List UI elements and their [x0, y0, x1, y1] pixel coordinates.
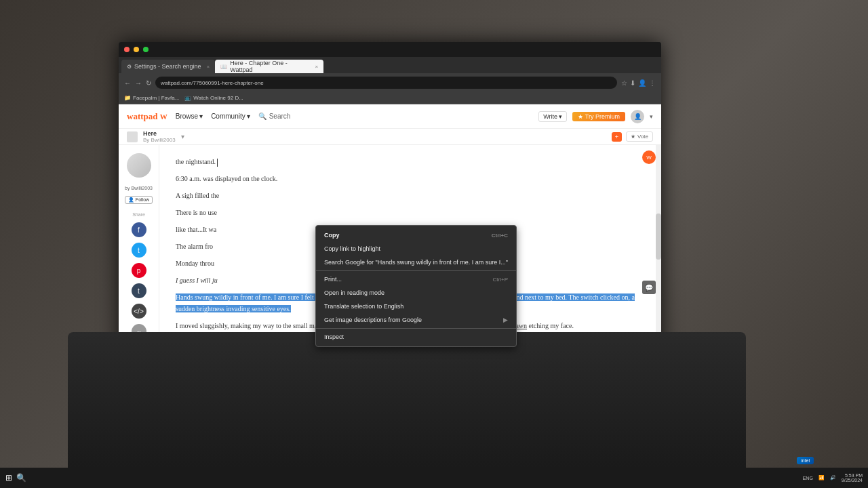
para-sigh: A sigh filled the [176, 190, 645, 201]
menu-icon[interactable]: ⋮ [649, 79, 656, 87]
avatar-chevron-icon: ▾ [650, 113, 653, 120]
search-icon: 🔍 [258, 113, 267, 120]
tumblr-share-button[interactable]: t [132, 283, 146, 298]
author-avatar [127, 153, 151, 178]
tab-settings-label: Settings - Search engine [134, 63, 201, 70]
tab-wattpad[interactable]: 📖 Here - Chapter One - Wattpad × [215, 60, 323, 73]
wifi-icon: 📶 [818, 475, 825, 481]
forward-button[interactable]: → [135, 79, 142, 87]
share-label: Share [132, 212, 145, 217]
vote-button[interactable]: ★ Vote [626, 131, 653, 142]
maximize-btn[interactable] [143, 47, 149, 52]
tabs-bar: ⚙ Settings - Search engine × 📖 Here - Ch… [119, 57, 661, 73]
tab-settings[interactable]: ⚙ Settings - Search engine × [121, 60, 215, 73]
para-time: 6:30 a.m. was displayed on the clock. [176, 173, 645, 184]
star-vote-icon: ★ [631, 134, 635, 140]
ctx-copy-link-label: Copy link to highlight [324, 245, 380, 252]
nav-community[interactable]: Community ▾ [211, 113, 250, 120]
url-text: wattpad.com/775060991-here-chapter-one [161, 80, 264, 86]
wattpad-logo-text: wattpad [127, 111, 158, 121]
ctx-divider-2 [316, 328, 516, 329]
ctx-image-desc[interactable]: Get image descriptions from Google ▶ [316, 313, 516, 327]
write-button[interactable]: Write ▾ [538, 111, 567, 122]
facebook-share-button[interactable]: f [132, 222, 146, 237]
story-title: Here [143, 130, 176, 137]
ctx-print-label: Print... [324, 276, 342, 283]
chat-icon[interactable]: 💬 [642, 281, 656, 294]
community-chevron-icon: ▾ [247, 113, 250, 120]
url-input[interactable]: wattpad.com/775060991-here-chapter-one [155, 77, 617, 89]
nav-browse[interactable]: Browse ▾ [176, 113, 203, 120]
ctx-divider-1 [316, 270, 516, 271]
follow-button[interactable]: 👤 Follow [125, 196, 153, 204]
context-menu: Copy Ctrl+C Copy link to highlight Searc… [315, 225, 517, 347]
para-no-use: There is no use [176, 207, 645, 218]
ctx-reading-mode[interactable]: Open in reading mode [316, 286, 516, 300]
taskbar-search-button[interactable]: 🔍 [16, 473, 26, 483]
ctx-inspect[interactable]: Inspect [316, 330, 516, 344]
title-bar [119, 42, 661, 57]
bookmark-facepalm-label: Facepalm | Favfa... [133, 95, 179, 101]
tab-wattpad-label: Here - Chapter One - Wattpad [230, 60, 309, 73]
download-icon[interactable]: ⬇ [630, 79, 635, 87]
ctx-copy-shortcut: Ctrl+C [492, 232, 508, 239]
star-icon: ★ [578, 113, 583, 120]
start-button[interactable]: ⊞ [5, 473, 12, 483]
bookmark-icon[interactable]: ☆ [621, 79, 627, 87]
bookmark-watch[interactable]: 📺 Watch Online 92 D... [184, 95, 243, 101]
system-icons: ENG [803, 476, 813, 481]
add-library-button[interactable]: + [612, 132, 622, 142]
twitter-share-button[interactable]: t [132, 243, 146, 258]
wattpad-logo[interactable]: wattpad W [127, 111, 167, 122]
tab-settings-close[interactable]: × [207, 64, 210, 70]
refresh-button[interactable]: ↻ [146, 79, 151, 87]
tab-wattpad-close[interactable]: × [315, 64, 319, 70]
taskbar-clock: 5:53 PM 9/25/2024 [842, 473, 863, 483]
bookmark-facepalm[interactable]: 📁 Facepalm | Favfa... [124, 95, 179, 101]
taskbar: ⊞ 🔍 ENG 📶 🔊 5:53 PM 9/25/2024 [0, 468, 868, 488]
sidebar-author-label: by Bwilli2003 [125, 186, 153, 190]
ctx-reading-mode-label: Open in reading mode [324, 289, 384, 296]
premium-button[interactable]: ★ Try Premium [572, 112, 625, 121]
ctx-search-google-label: Search Google for "Hands swung wildly in… [324, 259, 508, 266]
volume-icon: 🔊 [830, 475, 836, 481]
wattpad-circle-icon[interactable]: W [642, 150, 656, 164]
write-chevron-icon: ▾ [559, 113, 562, 120]
ctx-copy-link[interactable]: Copy link to highlight [316, 242, 516, 256]
text-cursor [217, 159, 218, 167]
pinterest-share-button[interactable]: p [132, 263, 146, 278]
wattpad-logo-w: W [160, 113, 167, 121]
profile-icon[interactable]: 👤 [638, 79, 646, 87]
story-info: Here By Bwilli2003 [143, 130, 176, 143]
taskbar-right: ENG 📶 🔊 5:53 PM 9/25/2024 [803, 473, 863, 483]
address-bar: ← → ↻ wattpad.com/775060991-here-chapter… [119, 73, 661, 92]
bookmarks-bar: 📁 Facepalm | Favfa... 📺 Watch Online 92 … [119, 92, 661, 104]
close-btn[interactable] [124, 47, 130, 52]
code-share-button[interactable]: </> [132, 304, 146, 319]
ctx-translate-label: Translate selection to English [324, 303, 403, 310]
keyboard [68, 332, 746, 468]
story-dropdown-icon[interactable]: ▾ [181, 133, 184, 140]
ctx-print-shortcut: Ctrl+P [493, 277, 508, 283]
intel-badge: intel [797, 457, 814, 464]
story-author: By Bwilli2003 [143, 137, 176, 143]
header-right: Write ▾ ★ Try Premium 👤 ▾ [538, 110, 653, 123]
ctx-translate[interactable]: Translate selection to English [316, 300, 516, 313]
ctx-print[interactable]: Print... Ctrl+P [316, 272, 516, 286]
ctx-search-google[interactable]: Search Google for "Hands swung wildly in… [316, 256, 516, 269]
ctx-inspect-label: Inspect [324, 333, 344, 340]
wattpad-tab-icon: 📖 [220, 64, 227, 70]
clock-time: 5:53 PM [842, 473, 863, 478]
follow-icon: 👤 [128, 197, 134, 202]
back-button[interactable]: ← [124, 79, 131, 87]
ctx-image-desc-label: Get image descriptions from Google [324, 317, 422, 323]
scroll-thumb[interactable] [656, 214, 661, 260]
wattpad-header: wattpad W Browse ▾ Community ▾ 🔍 Search [119, 104, 661, 129]
para-nightstand: the nightstand. [176, 156, 645, 167]
bookmark-facepalm-icon: 📁 [124, 95, 131, 101]
minimize-btn[interactable] [134, 47, 139, 52]
ctx-copy[interactable]: Copy Ctrl+C [316, 228, 516, 242]
browse-chevron-icon: ▾ [199, 113, 203, 120]
user-avatar[interactable]: 👤 [631, 110, 644, 123]
search-button[interactable]: 🔍 Search [258, 113, 291, 120]
